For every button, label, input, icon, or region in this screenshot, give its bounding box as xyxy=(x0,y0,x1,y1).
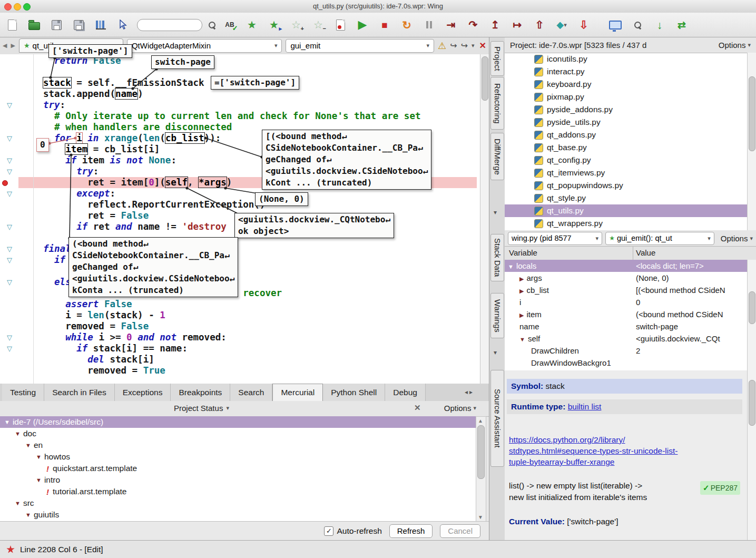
goto-bookmark-button[interactable]: ★▸ xyxy=(266,17,282,33)
mercurial-options-button[interactable]: Options ▾ xyxy=(444,404,476,413)
fold-marker-icon[interactable]: ▽ xyxy=(7,278,12,287)
project-file[interactable]: qt_itemviews.py xyxy=(505,167,748,179)
tree-node[interactable]: ▼howtos xyxy=(0,451,476,463)
stack-variable-row[interactable]: DrawWindowBackgro1 xyxy=(505,357,748,369)
expand-icon[interactable]: ▶ xyxy=(519,288,524,294)
project-file[interactable]: qt_addons.py xyxy=(505,129,748,141)
project-scrollbar-thumb[interactable] xyxy=(749,76,755,151)
project-file[interactable]: pyside_addons.py xyxy=(505,103,748,116)
breakpoint-icon[interactable] xyxy=(2,180,8,186)
code-line[interactable]: while i >= 0 and not removed: xyxy=(43,332,420,343)
tree-node[interactable]: !quickstart.arst.template xyxy=(0,463,476,474)
profile-button[interactable] xyxy=(93,17,109,33)
stop-debug-button[interactable]: ■ xyxy=(377,17,392,33)
fold-marker-icon[interactable]: ▽ xyxy=(7,189,12,198)
code-line[interactable]: if stack[i] == name: xyxy=(43,343,420,354)
stack-variable-row[interactable]: i0 xyxy=(505,296,748,308)
code-line[interactable]: stack.append(name) xyxy=(43,89,420,100)
expand-icon[interactable]: ▶ xyxy=(519,312,524,318)
stack-variable-row[interactable]: DrawChildren2 xyxy=(505,345,748,357)
bottom-tab-mercurial[interactable]: Mercurial xyxy=(272,384,323,401)
project-file[interactable]: interact.py xyxy=(505,65,748,78)
editor-scrollbar[interactable] xyxy=(480,54,489,384)
mercurial-scrollbar-thumb[interactable] xyxy=(477,425,485,479)
project-file[interactable]: qt_style.py xyxy=(505,192,748,204)
collapse-icon[interactable]: ▼ xyxy=(25,512,31,518)
tree-node[interactable]: ▼en xyxy=(0,439,476,451)
scope-dropdown[interactable]: QtWidgetAdapterMixin ▾ xyxy=(127,39,282,53)
stack-variable-row[interactable]: ▶item(<bound method CSideN xyxy=(505,308,748,320)
step-into-button[interactable]: ⇥ xyxy=(443,17,459,33)
stack-variable-row[interactable]: ▶args(None, 0) xyxy=(505,272,748,284)
right-tab-diff-merge[interactable]: Diff/Merge xyxy=(490,133,504,180)
stack-scrollbar[interactable] xyxy=(747,260,756,370)
stack-variable-row[interactable]: nameswitch-page xyxy=(505,320,748,332)
run-to-cursor-button[interactable]: ↦ xyxy=(509,17,525,33)
scroll-up-icon[interactable]: ▲ xyxy=(478,418,483,424)
scroll-down-icon[interactable]: ▼ xyxy=(478,514,483,520)
mercurial-scrollbar[interactable]: ▲ ▼ xyxy=(476,416,486,522)
code-line[interactable]: reflect.ReportCurrentException() xyxy=(43,199,420,210)
nav-menu-icon[interactable]: ▾ xyxy=(472,42,475,49)
editor-gutter[interactable]: ▽▽▽▽▽▽▽▽▽▽▽ xyxy=(0,54,33,384)
project-options-button[interactable]: Options ▾ xyxy=(719,41,751,50)
history-back-icon[interactable]: ◀ xyxy=(3,42,7,49)
code-line[interactable]: assert False xyxy=(43,299,420,310)
pep287-badge[interactable]: ✓ PEP287 xyxy=(700,481,740,495)
fold-marker-icon[interactable]: ▽ xyxy=(7,333,12,342)
collapse-icon[interactable]: ▼ xyxy=(4,419,10,425)
stack-options-button[interactable]: Options ▾ xyxy=(721,234,753,243)
collapse-icon[interactable]: ▼ xyxy=(519,336,525,342)
tree-node[interactable]: ▼guiutils xyxy=(0,509,476,521)
value-column-header[interactable]: Value xyxy=(636,248,655,257)
code-line[interactable]: removed = True xyxy=(43,365,420,376)
code-line[interactable]: except: xyxy=(43,188,420,199)
fold-marker-icon[interactable]: ▽ xyxy=(7,156,12,165)
spell-check-button[interactable]: AB✓ xyxy=(222,17,238,33)
symbol-dropdown[interactable]: gui_emit ▾ xyxy=(286,39,434,53)
pause-button[interactable] xyxy=(421,17,437,33)
stack-column-headers[interactable]: Variable Value xyxy=(505,247,756,260)
start-debug-button[interactable]: ▶ xyxy=(355,17,370,33)
bottom-tab-search[interactable]: Search xyxy=(230,384,272,401)
close-editor-icon[interactable]: ✕ xyxy=(479,41,486,51)
remove-bookmark-button[interactable]: ☆− xyxy=(310,17,326,33)
collapse-icon[interactable]: ▼ xyxy=(25,442,31,448)
stack-scrollbar-thumb[interactable] xyxy=(749,291,755,324)
tree-node[interactable]: ▼ide-7 (/Users/sdeibel/src) xyxy=(0,416,476,428)
collapse-icon[interactable]: ▼ xyxy=(15,430,21,437)
toolbar-search-input[interactable] xyxy=(137,19,202,31)
bottom-tab-exceptions[interactable]: Exceptions xyxy=(115,384,171,401)
select-tool-button[interactable] xyxy=(115,17,131,33)
variable-column-header[interactable]: Variable xyxy=(509,248,537,257)
bottom-tab-search-in-files[interactable]: Search in Files xyxy=(44,384,115,401)
project-file[interactable]: keyboard.py xyxy=(505,78,748,91)
debug-file-button[interactable] xyxy=(332,17,348,33)
project-file[interactable]: qt_base.py xyxy=(505,141,748,154)
right-tab-project[interactable]: Project xyxy=(490,41,504,76)
refresh-button[interactable]: Refresh xyxy=(389,524,433,538)
project-file[interactable]: pixmap.py xyxy=(505,91,748,103)
doc-link[interactable]: tuple-bytearray-buffer-xrange xyxy=(509,457,614,466)
assistant-scrollbar[interactable] xyxy=(747,370,756,540)
thread-dropdown[interactable]: wing.py (pid 8577 ▾ xyxy=(508,232,602,245)
warning-icon[interactable]: ⚠ xyxy=(438,40,446,52)
collapse-icon[interactable]: ▼ xyxy=(36,454,42,460)
more-tabs-icon[interactable]: ▾ xyxy=(494,209,497,216)
step-out-button[interactable]: ↥ xyxy=(487,17,503,33)
tab-scroll-arrows[interactable]: ◂▸ xyxy=(465,388,474,396)
fold-marker-icon[interactable]: ▽ xyxy=(7,167,12,176)
update-button[interactable]: ↓ xyxy=(652,17,667,33)
tree-node[interactable]: ▼intro xyxy=(0,474,476,486)
right-tab-refactoring[interactable]: Refactoring xyxy=(490,77,504,130)
add-bookmark-button[interactable]: ☆+ xyxy=(288,17,304,33)
tree-node[interactable]: ▼src xyxy=(0,497,476,509)
search-files-button[interactable] xyxy=(630,17,645,33)
project-file[interactable]: qt_config.py xyxy=(505,154,748,167)
collapse-icon[interactable]: ▼ xyxy=(15,500,21,506)
tree-node[interactable]: ▼doc xyxy=(0,428,476,439)
goto-reference-icon[interactable]: ↪ xyxy=(461,41,468,51)
history-forward-icon[interactable]: ▶ xyxy=(11,42,15,49)
bottom-tab-testing[interactable]: Testing xyxy=(2,384,44,401)
step-over-button[interactable]: ↷ xyxy=(465,17,481,33)
